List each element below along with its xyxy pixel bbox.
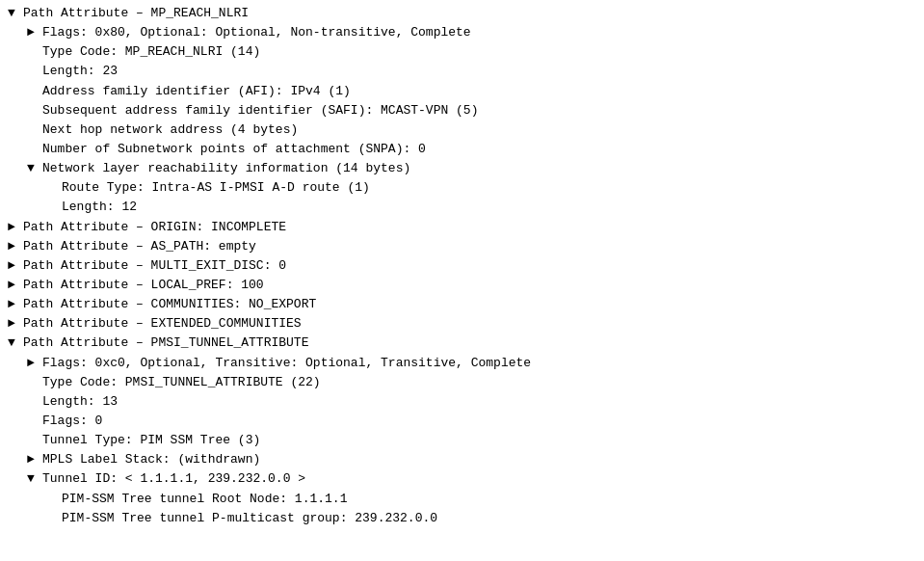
tree-row: Type Code: MP_REACH_NLRI (14) (8, 42, 916, 62)
tree-row: Path Attribute – MULTI_EXIT_DISC: 0 (8, 256, 916, 276)
tree-row: PIM-SSM Tree tunnel Root Node: 1.1.1.1 (8, 490, 916, 509)
row-text: Type Code: MP_REACH_NLRI (14) (42, 42, 260, 62)
row-text: Flags: 0x80, Optional: Optional, Non-tra… (42, 23, 471, 42)
tree-row: Tunnel ID: < 1.1.1.1, 239.232.0.0 > (8, 469, 916, 489)
row-text: MPLS Label Stack: (withdrawn) (42, 450, 260, 469)
tree-row: Tunnel Type: PIM SSM Tree (3) (8, 431, 916, 450)
row-text: Subsequent address family identifier (SA… (42, 101, 478, 120)
expanded-arrow-icon[interactable] (8, 334, 23, 353)
collapsed-arrow-icon[interactable] (27, 450, 42, 469)
tree-row: Flags: 0xc0, Optional, Transitive: Optio… (8, 354, 916, 373)
expanded-arrow-icon[interactable] (27, 469, 42, 489)
row-text: Path Attribute – EXTENDED_COMMUNITIES (23, 314, 302, 334)
row-text: Length: 12 (62, 198, 137, 217)
row-text: Route Type: Intra-AS I-PMSI A-D route (1… (62, 178, 370, 198)
collapsed-arrow-icon[interactable] (8, 314, 23, 334)
row-text: Network layer reachability information (… (42, 159, 410, 178)
tree-row: Subsequent address family identifier (SA… (8, 101, 916, 120)
tree-row: Path Attribute – MP_REACH_NLRI (8, 4, 916, 23)
tree-container: Path Attribute – MP_REACH_NLRIFlags: 0x8… (8, 4, 916, 528)
tree-row: Path Attribute – COMMUNITIES: NO_EXPORT (8, 295, 916, 314)
row-text: Path Attribute – MP_REACH_NLRI (23, 4, 249, 23)
tree-row: Path Attribute – EXTENDED_COMMUNITIES (8, 314, 916, 334)
tree-row: Path Attribute – PMSI_TUNNEL_ATTRIBUTE (8, 334, 916, 353)
row-text: Flags: 0 (42, 412, 102, 431)
row-text: PIM-SSM Tree tunnel P-multicast group: 2… (62, 509, 437, 528)
row-text: Path Attribute – ORIGIN: INCOMPLETE (23, 218, 286, 237)
tree-row: Type Code: PMSI_TUNNEL_ATTRIBUTE (22) (8, 373, 916, 392)
collapsed-arrow-icon[interactable] (8, 276, 23, 295)
collapsed-arrow-icon[interactable] (8, 237, 23, 256)
tree-row: Network layer reachability information (… (8, 159, 916, 178)
row-text: Path Attribute – LOCAL_PREF: 100 (23, 276, 264, 295)
tree-row: PIM-SSM Tree tunnel P-multicast group: 2… (8, 509, 916, 528)
tree-row: MPLS Label Stack: (withdrawn) (8, 450, 916, 469)
row-text: Tunnel Type: PIM SSM Tree (3) (42, 431, 260, 450)
row-text: Number of Subnetwork points of attachmen… (42, 140, 426, 159)
tree-row: Path Attribute – AS_PATH: empty (8, 237, 916, 256)
tree-row: Path Attribute – ORIGIN: INCOMPLETE (8, 218, 916, 237)
row-text: Type Code: PMSI_TUNNEL_ATTRIBUTE (22) (42, 373, 321, 392)
tree-row: Next hop network address (4 bytes) (8, 120, 916, 140)
tree-row: Length: 12 (8, 198, 916, 217)
tree-row: Route Type: Intra-AS I-PMSI A-D route (1… (8, 178, 916, 198)
collapsed-arrow-icon[interactable] (27, 354, 42, 373)
row-text: PIM-SSM Tree tunnel Root Node: 1.1.1.1 (62, 490, 347, 509)
tree-row: Number of Subnetwork points of attachmen… (8, 140, 916, 159)
collapsed-arrow-icon[interactable] (8, 218, 23, 237)
row-text: Path Attribute – PMSI_TUNNEL_ATTRIBUTE (23, 334, 308, 353)
row-text: Address family identifier (AFI): IPv4 (1… (42, 82, 351, 101)
row-text: Path Attribute – MULTI_EXIT_DISC: 0 (23, 256, 286, 276)
row-text: Flags: 0xc0, Optional, Transitive: Optio… (42, 354, 531, 373)
row-text: Next hop network address (4 bytes) (42, 120, 298, 140)
tree-row: Length: 13 (8, 392, 916, 412)
collapsed-arrow-icon[interactable] (27, 23, 42, 42)
tree-row: Flags: 0x80, Optional: Optional, Non-tra… (8, 23, 916, 42)
expanded-arrow-icon[interactable] (8, 4, 23, 23)
row-text: Path Attribute – AS_PATH: empty (23, 237, 256, 256)
tree-row: Length: 23 (8, 62, 916, 81)
row-text: Tunnel ID: < 1.1.1.1, 239.232.0.0 > (42, 469, 305, 489)
tree-row: Flags: 0 (8, 412, 916, 431)
collapsed-arrow-icon[interactable] (8, 256, 23, 276)
row-text: Path Attribute – COMMUNITIES: NO_EXPORT (23, 295, 316, 314)
tree-row: Address family identifier (AFI): IPv4 (1… (8, 82, 916, 101)
row-text: Length: 13 (42, 392, 118, 412)
expanded-arrow-icon[interactable] (27, 159, 42, 178)
row-text: Length: 23 (42, 62, 118, 81)
collapsed-arrow-icon[interactable] (8, 295, 23, 314)
tree-row: Path Attribute – LOCAL_PREF: 100 (8, 276, 916, 295)
